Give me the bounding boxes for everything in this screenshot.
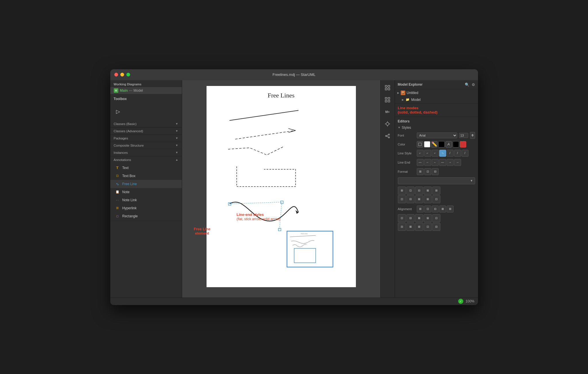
styles-label: Styles <box>402 126 411 130</box>
line-end-label: Line End <box>398 161 415 164</box>
font-color-btn[interactable]: A <box>446 141 452 147</box>
crosshair-icon-btn[interactable] <box>382 119 393 129</box>
toolbox-item-rectangle[interactable]: □ Rectangle <box>110 212 182 220</box>
section-classes-basic-header[interactable]: Classes (Basic) ▼ <box>110 120 182 127</box>
aln-grid-9[interactable]: ⊡ <box>424 223 432 231</box>
layout-btn-1[interactable]: ⊞ <box>398 187 406 195</box>
ls-btn-7[interactable]: / <box>462 150 469 157</box>
stroke-color-swatch[interactable] <box>438 141 445 147</box>
stroke-icon-btn[interactable]: ✏️ <box>431 141 437 147</box>
aln-grid-6[interactable]: ⊟ <box>398 223 406 231</box>
puzzle-icon-btn[interactable] <box>382 83 393 93</box>
fmt-btn-1[interactable]: ⊞ <box>417 168 424 175</box>
styles-chevron-icon: ▼ <box>398 126 401 129</box>
fill-color-swatch[interactable] <box>424 141 430 147</box>
ls-btn-3[interactable]: ⌐ <box>432 150 439 157</box>
font-size-stepper[interactable] <box>470 132 475 139</box>
app-window: Freelines.mdj — StarUML Working Diagrams… <box>110 69 478 305</box>
le-btn-6[interactable]: → <box>454 159 461 166</box>
aln-grid-2[interactable]: ⊟ <box>406 214 415 222</box>
dropdown-row: ▼ <box>395 176 478 185</box>
ls-btn-6[interactable]: / <box>454 150 461 157</box>
right-toolbar: M+ <box>380 80 395 298</box>
layout-btn-10[interactable]: ⊡ <box>432 195 440 203</box>
le-btn-2[interactable]: ← <box>424 159 431 166</box>
ls-btn-2[interactable]: ⌐ <box>424 150 431 157</box>
font-size-input[interactable] <box>459 133 468 138</box>
aln-grid-5[interactable]: ⊡ <box>432 214 440 222</box>
aln-grid-3[interactable]: ⊠ <box>415 214 423 222</box>
highlight-color-swatch[interactable] <box>460 141 466 147</box>
tree-item-untitled[interactable]: ▶ 📦 Untitled <box>395 89 478 96</box>
toolbox-item-hyperlink[interactable]: ⊞ Hyperlink <box>110 204 182 212</box>
main-content: Working Diagrams ▤ Main — Model Toolbox … <box>110 80 478 298</box>
model-explorer-header: Model Explorer 🔍 ⚙ <box>395 80 478 89</box>
aln-btn-4[interactable]: ⊠ <box>439 206 446 212</box>
toolbox-item-note[interactable]: 📋 Note <box>110 188 182 196</box>
le-btn-4[interactable]: — <box>439 159 446 166</box>
textbox-icon: ⊡ <box>115 173 120 179</box>
svg-line-1 <box>235 131 296 139</box>
section-instances-header[interactable]: Instances ▼ <box>110 149 182 156</box>
aln-grid-10[interactable]: ⊟ <box>432 223 440 231</box>
style-dropdown[interactable]: ▼ <box>398 177 475 184</box>
layout-btn-6[interactable]: ⊡ <box>398 195 406 203</box>
diagram-item-main[interactable]: ▤ Main — Model <box>110 87 182 94</box>
fmt-btn-3[interactable]: ⊟ <box>432 168 439 175</box>
canvas-area[interactable]: Free Lines <box>182 80 380 298</box>
ls-btn-5[interactable]: / <box>447 150 454 157</box>
aln-btn-3[interactable]: ⊟ <box>432 206 439 212</box>
ls-btn-1[interactable]: ⌐ <box>417 150 424 157</box>
canvas-paper[interactable]: Free Lines <box>207 86 356 287</box>
le-btn-5[interactable]: → <box>447 159 454 166</box>
layout-btn-3[interactable]: ⊟ <box>415 187 423 195</box>
font-color-swatch[interactable] <box>453 141 459 147</box>
styles-section: ▼ Styles Font Arial <box>395 124 478 231</box>
section-packages-header[interactable]: Packages ▼ <box>110 135 182 142</box>
fill-icon-btn[interactable] <box>417 141 423 147</box>
toolbox-item-notelink[interactable]: - - Note Link <box>110 196 182 204</box>
styles-header[interactable]: ▼ Styles <box>395 124 478 131</box>
maximize-button[interactable] <box>126 73 130 76</box>
tree-item-model[interactable]: ▶ 📁 Model <box>395 96 478 103</box>
chevron-down-icon-5: ▼ <box>176 151 178 154</box>
aln-btn-2[interactable]: ⊡ <box>424 206 431 212</box>
layout-btn-4[interactable]: ⊠ <box>424 187 432 195</box>
close-button[interactable] <box>114 73 118 76</box>
layout-btn-8[interactable]: ⊠ <box>415 195 423 203</box>
layout-btn-2[interactable]: ⊡ <box>406 187 415 195</box>
section-annotations-header[interactable]: Annotations ▲ <box>110 156 182 163</box>
ls-btn-4[interactable]: ∿ <box>439 150 446 157</box>
section-packages-label: Packages <box>114 137 128 140</box>
font-select[interactable]: Arial <box>417 133 457 138</box>
section-classes-advanced-header[interactable]: Classes (Advanced) ▼ <box>110 128 182 135</box>
minimize-button[interactable] <box>120 73 124 76</box>
le-btn-3[interactable]: ← <box>432 159 439 166</box>
line-modes-callout: Line modes (solid, dotted, dashed) <box>398 106 475 114</box>
aln-btn-5[interactable]: ⊞ <box>447 206 454 212</box>
alignment-buttons-grid: ⊡ ⊟ ⊠ ⊞ ⊡ ⊟ ⊠ ⊞ ⊡ ⊟ <box>395 214 478 231</box>
toolbox-item-freeline[interactable]: ∿ Free Line <box>110 180 182 188</box>
layout-btn-5[interactable]: ⊞ <box>432 187 440 195</box>
aln-btn-1[interactable]: ⊞ <box>417 206 424 212</box>
markdown-icon-btn[interactable]: M+ <box>382 107 393 117</box>
toolbox-item-textbox[interactable]: ⊡ Text Box <box>110 172 182 180</box>
aln-grid-1[interactable]: ⊡ <box>398 214 406 222</box>
layout-btn-7[interactable]: ⊟ <box>406 195 415 203</box>
toolbox-item-text[interactable]: T Text <box>110 164 182 172</box>
model-icon: 📁 <box>405 97 410 102</box>
aln-grid-4[interactable]: ⊞ <box>424 214 432 222</box>
gear-icon[interactable]: ⚙ <box>472 83 475 87</box>
section-composite-header[interactable]: Composite Structure ▼ <box>110 142 182 149</box>
search-icon[interactable]: 🔍 <box>465 83 469 87</box>
aln-grid-7[interactable]: ⊠ <box>406 223 415 231</box>
tree-expand-icon: ▶ <box>397 91 401 94</box>
share-icon-btn[interactable] <box>382 131 393 141</box>
fmt-btn-2[interactable]: ⊡ <box>424 168 431 175</box>
section-instances-label: Instances <box>114 151 128 154</box>
section-packages: Packages ▼ <box>110 135 182 142</box>
grid-icon-btn[interactable] <box>382 95 393 105</box>
le-btn-1[interactable]: — <box>417 159 424 166</box>
aln-grid-8[interactable]: ⊞ <box>415 223 423 231</box>
layout-btn-9[interactable]: ⊞ <box>424 195 432 203</box>
